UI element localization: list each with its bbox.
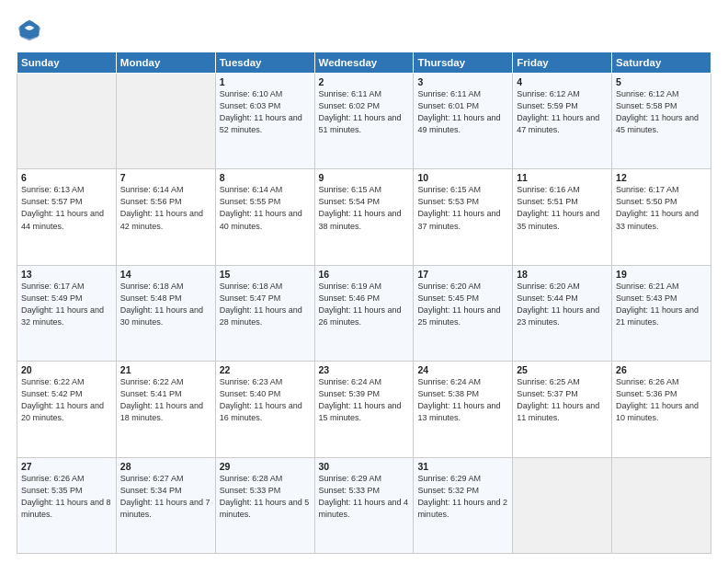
day-number: 8 [220, 172, 311, 183]
column-header-wednesday: Wednesday [314, 52, 414, 74]
day-info: Sunrise: 6:17 AM Sunset: 5:50 PM Dayligh… [616, 184, 707, 232]
calendar-cell: 19Sunrise: 6:21 AM Sunset: 5:43 PM Dayli… [612, 265, 711, 361]
calendar-cell: 9Sunrise: 6:15 AM Sunset: 5:54 PM Daylig… [314, 169, 414, 265]
day-info: Sunrise: 6:20 AM Sunset: 5:45 PM Dayligh… [417, 281, 508, 328]
day-number: 27 [21, 461, 112, 472]
calendar-cell: 8Sunrise: 6:14 AM Sunset: 5:55 PM Daylig… [215, 169, 314, 265]
column-header-thursday: Thursday [414, 52, 513, 74]
column-headers: SundayMondayTuesdayWednesdayThursdayFrid… [17, 52, 711, 74]
week-row-3: 13Sunrise: 6:17 AM Sunset: 5:49 PM Dayli… [17, 265, 711, 361]
day-number: 20 [21, 364, 112, 375]
day-number: 6 [21, 172, 112, 183]
day-number: 25 [517, 364, 608, 375]
day-info: Sunrise: 6:24 AM Sunset: 5:39 PM Dayligh… [319, 376, 410, 424]
calendar-cell: 16Sunrise: 6:19 AM Sunset: 5:46 PM Dayli… [314, 265, 414, 361]
calendar-cell: 5Sunrise: 6:12 AM Sunset: 5:58 PM Daylig… [612, 74, 711, 169]
calendar-cell: 30Sunrise: 6:29 AM Sunset: 5:33 PM Dayli… [314, 457, 414, 553]
column-header-friday: Friday [513, 52, 612, 74]
calendar-cell: 2Sunrise: 6:11 AM Sunset: 6:02 PM Daylig… [314, 74, 414, 169]
day-number: 24 [417, 364, 508, 375]
calendar-cell: 7Sunrise: 6:14 AM Sunset: 5:56 PM Daylig… [116, 169, 215, 265]
day-number: 28 [120, 461, 211, 472]
calendar-cell: 6Sunrise: 6:13 AM Sunset: 5:57 PM Daylig… [17, 169, 117, 265]
calendar-cell: 12Sunrise: 6:17 AM Sunset: 5:50 PM Dayli… [612, 169, 711, 265]
calendar-cell: 1Sunrise: 6:10 AM Sunset: 6:03 PM Daylig… [215, 74, 314, 169]
day-info: Sunrise: 6:22 AM Sunset: 5:41 PM Dayligh… [120, 376, 211, 424]
calendar-cell [17, 74, 117, 169]
day-info: Sunrise: 6:23 AM Sunset: 5:40 PM Dayligh… [220, 376, 311, 424]
day-number: 26 [616, 364, 707, 375]
day-info: Sunrise: 6:17 AM Sunset: 5:49 PM Dayligh… [21, 281, 112, 328]
calendar-cell: 20Sunrise: 6:22 AM Sunset: 5:42 PM Dayli… [17, 362, 117, 457]
day-info: Sunrise: 6:25 AM Sunset: 5:37 PM Dayligh… [517, 376, 608, 424]
day-number: 12 [616, 172, 707, 183]
day-number: 23 [319, 364, 410, 375]
header [17, 17, 711, 42]
day-number: 19 [616, 269, 707, 280]
calendar-cell: 10Sunrise: 6:15 AM Sunset: 5:53 PM Dayli… [414, 169, 513, 265]
day-info: Sunrise: 6:20 AM Sunset: 5:44 PM Dayligh… [517, 281, 608, 328]
week-row-2: 6Sunrise: 6:13 AM Sunset: 5:57 PM Daylig… [17, 169, 711, 265]
calendar-cell: 24Sunrise: 6:24 AM Sunset: 5:38 PM Dayli… [414, 362, 513, 457]
day-info: Sunrise: 6:14 AM Sunset: 5:55 PM Dayligh… [220, 184, 311, 232]
calendar-cell: 21Sunrise: 6:22 AM Sunset: 5:41 PM Dayli… [116, 362, 215, 457]
day-info: Sunrise: 6:18 AM Sunset: 5:48 PM Dayligh… [120, 281, 211, 328]
day-number: 16 [319, 269, 410, 280]
day-number: 17 [417, 269, 508, 280]
day-number: 13 [21, 269, 112, 280]
day-info: Sunrise: 6:16 AM Sunset: 5:51 PM Dayligh… [517, 184, 608, 232]
day-number: 14 [120, 269, 211, 280]
calendar-cell: 4Sunrise: 6:12 AM Sunset: 5:59 PM Daylig… [513, 74, 612, 169]
day-number: 31 [417, 461, 508, 472]
column-header-saturday: Saturday [612, 52, 711, 74]
day-number: 11 [517, 172, 608, 183]
column-header-sunday: Sunday [17, 52, 117, 74]
calendar-cell: 11Sunrise: 6:16 AM Sunset: 5:51 PM Dayli… [513, 169, 612, 265]
day-number: 1 [220, 76, 311, 87]
calendar-cell: 23Sunrise: 6:24 AM Sunset: 5:39 PM Dayli… [314, 362, 414, 457]
calendar-cell: 29Sunrise: 6:28 AM Sunset: 5:33 PM Dayli… [215, 457, 314, 553]
day-number: 2 [319, 76, 410, 87]
day-info: Sunrise: 6:26 AM Sunset: 5:36 PM Dayligh… [616, 376, 707, 424]
day-number: 10 [417, 172, 508, 183]
calendar-cell: 22Sunrise: 6:23 AM Sunset: 5:40 PM Dayli… [215, 362, 314, 457]
calendar-cell: 25Sunrise: 6:25 AM Sunset: 5:37 PM Dayli… [513, 362, 612, 457]
day-number: 15 [220, 269, 311, 280]
day-number: 21 [120, 364, 211, 375]
day-number: 22 [220, 364, 311, 375]
calendar-cell: 14Sunrise: 6:18 AM Sunset: 5:48 PM Dayli… [116, 265, 215, 361]
day-info: Sunrise: 6:12 AM Sunset: 5:59 PM Dayligh… [517, 88, 608, 136]
week-row-1: 1Sunrise: 6:10 AM Sunset: 6:03 PM Daylig… [17, 74, 711, 169]
day-info: Sunrise: 6:26 AM Sunset: 5:35 PM Dayligh… [21, 473, 112, 521]
day-info: Sunrise: 6:15 AM Sunset: 5:53 PM Dayligh… [417, 184, 508, 232]
day-info: Sunrise: 6:22 AM Sunset: 5:42 PM Dayligh… [21, 376, 112, 424]
day-info: Sunrise: 6:24 AM Sunset: 5:38 PM Dayligh… [417, 376, 508, 424]
day-info: Sunrise: 6:28 AM Sunset: 5:33 PM Dayligh… [220, 473, 311, 521]
calendar-cell: 28Sunrise: 6:27 AM Sunset: 5:34 PM Dayli… [116, 457, 215, 553]
calendar-cell: 27Sunrise: 6:26 AM Sunset: 5:35 PM Dayli… [17, 457, 117, 553]
column-header-tuesday: Tuesday [215, 52, 314, 74]
day-info: Sunrise: 6:14 AM Sunset: 5:56 PM Dayligh… [120, 184, 211, 232]
calendar-cell: 13Sunrise: 6:17 AM Sunset: 5:49 PM Dayli… [17, 265, 117, 361]
day-number: 30 [319, 461, 410, 472]
day-info: Sunrise: 6:19 AM Sunset: 5:46 PM Dayligh… [319, 281, 410, 328]
logo-icon [17, 17, 42, 42]
day-number: 7 [120, 172, 211, 183]
calendar-cell [612, 457, 711, 553]
day-info: Sunrise: 6:13 AM Sunset: 5:57 PM Dayligh… [21, 184, 112, 232]
day-info: Sunrise: 6:15 AM Sunset: 5:54 PM Dayligh… [319, 184, 410, 232]
calendar-cell: 26Sunrise: 6:26 AM Sunset: 5:36 PM Dayli… [612, 362, 711, 457]
day-info: Sunrise: 6:18 AM Sunset: 5:47 PM Dayligh… [220, 281, 311, 328]
day-number: 3 [417, 76, 508, 87]
day-info: Sunrise: 6:10 AM Sunset: 6:03 PM Dayligh… [220, 88, 311, 136]
day-info: Sunrise: 6:29 AM Sunset: 5:32 PM Dayligh… [417, 473, 508, 521]
calendar-cell: 15Sunrise: 6:18 AM Sunset: 5:47 PM Dayli… [215, 265, 314, 361]
week-row-4: 20Sunrise: 6:22 AM Sunset: 5:42 PM Dayli… [17, 362, 711, 457]
week-row-5: 27Sunrise: 6:26 AM Sunset: 5:35 PM Dayli… [17, 457, 711, 553]
logo [17, 17, 46, 42]
day-info: Sunrise: 6:11 AM Sunset: 6:02 PM Dayligh… [319, 88, 410, 136]
calendar-page: SundayMondayTuesdayWednesdayThursdayFrid… [0, 0, 728, 563]
calendar-cell: 31Sunrise: 6:29 AM Sunset: 5:32 PM Dayli… [414, 457, 513, 553]
calendar-cell: 18Sunrise: 6:20 AM Sunset: 5:44 PM Dayli… [513, 265, 612, 361]
day-number: 9 [319, 172, 410, 183]
